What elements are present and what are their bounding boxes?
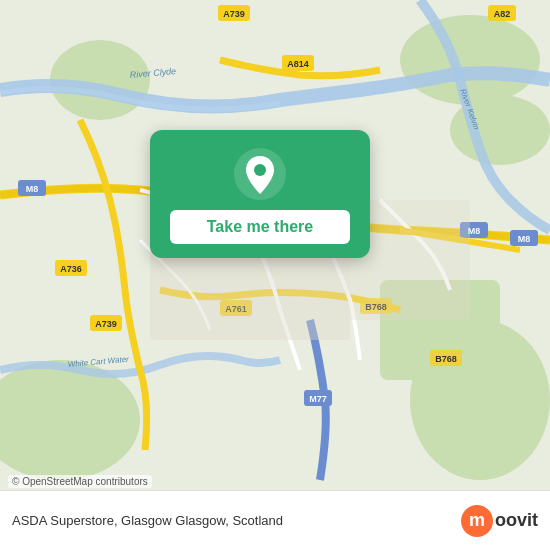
copyright-text: © OpenStreetMap contributors <box>8 475 152 488</box>
location-popup: Take me there <box>150 130 370 258</box>
svg-point-5 <box>400 15 540 105</box>
svg-text:M8: M8 <box>26 184 39 194</box>
svg-text:A82: A82 <box>494 9 511 19</box>
take-me-there-button[interactable]: Take me there <box>170 210 350 244</box>
svg-text:B768: B768 <box>435 354 457 364</box>
bottom-bar: ASDA Superstore, Glasgow Glasgow, Scotla… <box>0 490 550 550</box>
svg-text:M77: M77 <box>309 394 327 404</box>
svg-text:M8: M8 <box>518 234 531 244</box>
map-view: M8 M8 M8 A736 A739 A814 A761 M77 B768 B7… <box>0 0 550 490</box>
svg-text:A739: A739 <box>95 319 117 329</box>
svg-text:A814: A814 <box>287 59 309 69</box>
location-pin-icon <box>234 148 286 200</box>
location-text: ASDA Superstore, Glasgow Glasgow, Scotla… <box>12 513 283 528</box>
svg-text:A739: A739 <box>223 9 245 19</box>
moovit-m-letter: m <box>461 505 493 537</box>
svg-text:A736: A736 <box>60 264 82 274</box>
svg-point-37 <box>254 164 266 176</box>
moovit-text: oovit <box>495 510 538 531</box>
moovit-logo: m oovit <box>461 505 538 537</box>
